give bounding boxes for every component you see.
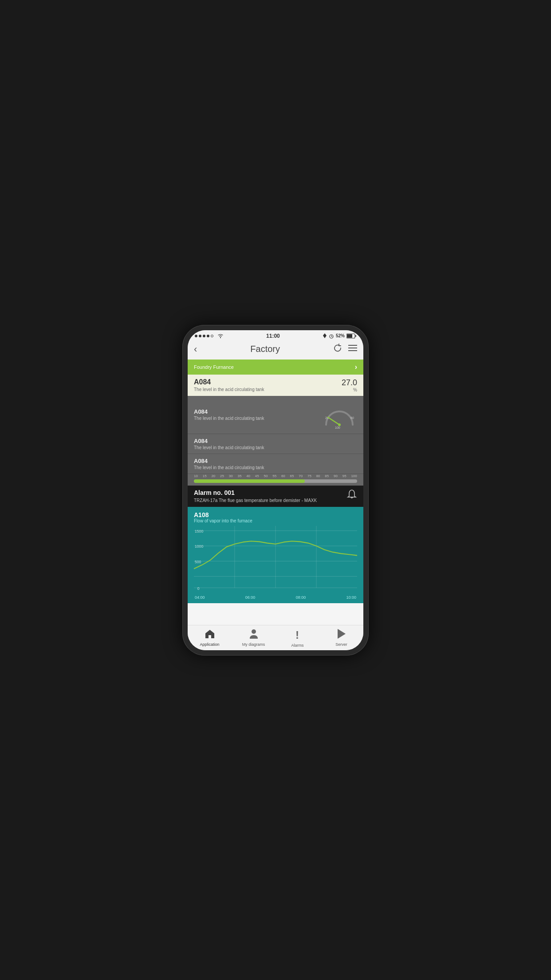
chart-x-label-1: 04:00 [195,595,205,600]
signal-dot-5 [211,335,213,337]
progress-bar-fill [194,479,305,483]
main-content: Foundry Furnance › A084 The level in the… [188,360,363,625]
chart-card: A108 Flow of vapor into the furnace 1500… [188,507,363,603]
svg-text:60: 60 [350,416,354,419]
location-icon [323,333,327,339]
phone-shell: 11:00 52% ‹ Factory [182,325,369,656]
tab-server[interactable]: Server [319,625,363,650]
progress-section: 10 15 20 25 30 35 40 45 50 55 60 65 70 7… [188,474,363,486]
menu-button[interactable] [348,344,357,354]
gauge-info: A084 The level in the acid circulating t… [194,408,264,421]
svg-rect-2 [347,334,352,338]
gauge-description: The level in the acid circulating tank [194,416,264,421]
progress-bar-background [194,479,357,483]
home-svg [205,629,215,639]
home-icon [205,629,215,641]
progress-label-85: 85 [325,474,329,478]
exclamation-icon: ! [295,629,300,642]
status-bar: 11:00 52% [188,330,363,341]
status-right: 52% [323,333,356,339]
svg-text:500: 500 [195,559,201,564]
alarm-title: Alarm no. 001 [194,489,317,496]
green-banner[interactable]: Foundry Furnance › [188,360,363,375]
simple-card-1-id: A084 [194,438,357,444]
progress-label-15: 15 [203,474,207,478]
alarm-bell-icon [346,489,357,503]
header: ‹ Factory [188,341,363,360]
progress-label-95: 95 [342,474,346,478]
progress-label-70: 70 [299,474,303,478]
tab-my-diagrams[interactable]: My diagrams [232,625,276,650]
svg-text:100: 100 [335,426,340,429]
hamburger-icon [348,344,357,352]
svg-line-10 [328,417,339,425]
tab-alarms[interactable]: ! Alarms [276,625,319,650]
alarm-card[interactable]: Alarm no. 001 TRZAH-17a The flue gas tem… [188,486,363,507]
gauge-card[interactable]: A084 The level in the acid circulating t… [188,396,363,434]
gauge-id: A084 [194,408,264,415]
person-svg [249,629,258,639]
progress-label-50: 50 [264,474,268,478]
a084-value-display: 27.0 % [342,378,357,392]
progress-label-75: 75 [307,474,311,478]
simple-card-2[interactable]: A084 The level in the acid circulating t… [188,454,363,474]
progress-label-10: 10 [194,474,198,478]
simple-card-1-desc: The level in the acid circulating tank [194,445,357,450]
svg-text:1000: 1000 [195,544,203,548]
svg-text:!: ! [295,629,299,640]
progress-labels: 10 15 20 25 30 35 40 45 50 55 60 65 70 7… [194,474,357,478]
tab-alarms-label: Alarms [291,643,303,648]
chart-title: A108 [194,511,357,518]
signal-indicator [195,333,224,338]
progress-label-20: 20 [211,474,215,478]
progress-label-30: 30 [229,474,233,478]
signal-dot-2 [199,335,201,337]
tab-application-label: Application [200,642,219,647]
battery-icon [346,333,356,339]
progress-label-40: 40 [246,474,250,478]
tab-bar: Application My diagrams ! Alarms [188,625,363,650]
progress-label-60: 60 [281,474,285,478]
progress-label-100: 100 [351,474,357,478]
tab-server-label: Server [335,642,347,647]
a084-header-card: A084 The level in the acid circulating t… [188,375,363,396]
a084-unit: % [342,387,357,392]
svg-point-11 [338,423,341,426]
exclamation-svg: ! [295,629,300,640]
alarm-clock-icon [329,333,334,339]
progress-label-65: 65 [290,474,294,478]
tab-my-diagrams-label: My diagrams [242,642,265,647]
a084-description: The level in the acid circulating tank [194,387,264,392]
gauge-svg: 20 60 100 [322,400,357,429]
svg-text:1500: 1500 [195,529,203,533]
refresh-button[interactable] [333,344,342,355]
alarm-info: Alarm no. 001 TRZAH-17a The flue gas tem… [194,489,317,503]
chart-subtitle: Flow of vapor into the furnace [194,518,357,523]
chart-x-label-3: 08:00 [296,595,306,600]
battery-percent: 52% [336,333,345,338]
signal-dot-4 [207,335,209,337]
simple-card-2-desc: The level in the acid circulating tank [194,465,357,470]
wifi-icon [217,333,224,338]
person-icon [249,629,258,641]
svg-text:0: 0 [197,586,200,590]
svg-marker-26 [338,629,346,639]
progress-label-55: 55 [272,474,276,478]
a084-value: 27.0 [342,378,357,387]
svg-rect-3 [355,335,356,337]
tab-application[interactable]: Application [188,625,232,650]
chart-svg: 1500 1000 500 0 [194,526,357,593]
page-title: Factory [250,344,280,354]
progress-label-80: 80 [316,474,320,478]
bell-svg [346,489,357,501]
gauge-widget: 20 60 100 [322,400,357,429]
signal-dot-1 [195,335,197,337]
chart-x-labels: 04:00 06:00 08:00 10:00 [194,595,357,600]
back-button[interactable]: ‹ [194,344,197,355]
a084-id: A084 [194,378,264,386]
banner-arrow: › [355,363,357,371]
simple-card-1[interactable]: A084 The level in the acid circulating t… [188,434,363,454]
chart-x-label-2: 06:00 [245,595,256,600]
status-time: 11:00 [266,333,280,339]
banner-text: Foundry Furnance [194,364,234,370]
